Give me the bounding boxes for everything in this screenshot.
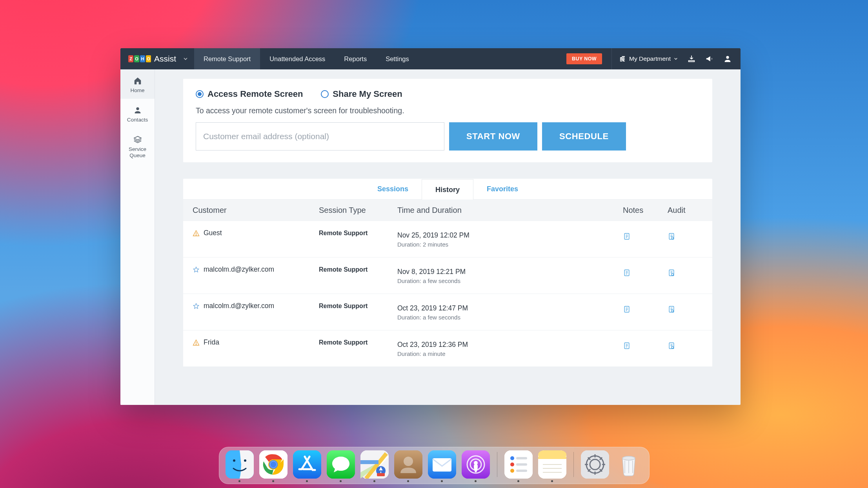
buy-now-button[interactable]: BUY NOW xyxy=(566,53,602,64)
svg-point-15 xyxy=(233,459,235,462)
running-indicator xyxy=(551,480,553,482)
tab-favorites[interactable]: Favorites xyxy=(473,179,531,199)
session-type-cell: Remote Support xyxy=(319,229,397,237)
dock-app-chrome[interactable] xyxy=(259,450,288,482)
history-tabs: Sessions History Favorites xyxy=(183,179,712,200)
session-time: Oct 23, 2019 12:36 PM xyxy=(397,341,623,349)
running-indicator xyxy=(373,480,375,482)
settings-icon xyxy=(581,450,609,479)
dock-app-contacts[interactable] xyxy=(394,450,422,482)
sidebar-item-label: Home xyxy=(130,87,144,93)
svg-point-48 xyxy=(622,456,635,460)
dock-app-podcasts[interactable] xyxy=(462,450,490,482)
notes-icon[interactable] xyxy=(623,305,631,314)
table-row[interactable]: FridaRemote SupportOct 23, 2019 12:36 PM… xyxy=(183,330,712,367)
svg-point-10 xyxy=(196,344,196,344)
sidebar-item-label: Service Queue xyxy=(122,146,153,159)
schedule-button[interactable]: SCHEDULE xyxy=(542,122,626,151)
session-duration: Duration: a few seconds xyxy=(397,278,623,284)
department-selector[interactable]: My Department xyxy=(611,48,678,69)
zoho-logo-icon: Z O H O xyxy=(128,55,151,62)
radio-off-icon xyxy=(321,90,329,98)
svg-rect-41 xyxy=(516,470,527,472)
megaphone-icon[interactable] xyxy=(705,54,714,63)
dock-app-finder[interactable] xyxy=(226,450,254,482)
notes-icon[interactable] xyxy=(623,341,631,350)
audit-cell xyxy=(668,302,703,314)
dock-app-maps[interactable] xyxy=(360,450,389,482)
warning-icon xyxy=(193,230,200,237)
col-audit: Audit xyxy=(668,206,703,215)
svg-point-21 xyxy=(270,461,277,468)
brand-name: Assist xyxy=(154,54,176,63)
dock-separator xyxy=(497,452,497,477)
star-icon[interactable] xyxy=(193,303,200,310)
svg-point-16 xyxy=(244,459,246,462)
notes-cell xyxy=(623,338,668,350)
session-duration: Duration: 2 minutes xyxy=(397,241,623,248)
sidebar-item-home[interactable]: Home xyxy=(120,69,155,99)
time-cell: Oct 23, 2019 12:36 PMDuration: a minute xyxy=(397,338,623,357)
maps-icon xyxy=(360,450,389,479)
svg-rect-44 xyxy=(538,457,566,459)
radio-share-screen[interactable]: Share My Screen xyxy=(321,89,402,99)
mail-icon xyxy=(428,450,456,479)
chevron-down-icon xyxy=(674,57,678,61)
macos-dock xyxy=(219,447,650,484)
audit-cell xyxy=(668,338,703,350)
customer-name: malcolm.d@zylker.com xyxy=(204,302,274,310)
audit-icon[interactable] xyxy=(668,232,675,241)
table-row[interactable]: malcolm.d@zylker.comRemote SupportOct 23… xyxy=(183,294,712,330)
table-row[interactable]: GuestRemote SupportNov 25, 2019 12:02 PM… xyxy=(183,221,712,258)
dock-app-reminders[interactable] xyxy=(504,450,533,482)
user-icon[interactable] xyxy=(723,54,732,63)
running-indicator xyxy=(441,480,443,482)
running-indicator xyxy=(238,480,240,482)
radio-access-remote[interactable]: Access Remote Screen xyxy=(196,89,303,99)
topnav-right: BUY NOW My Department xyxy=(566,48,741,69)
history-card: Sessions History Favorites Customer Sess… xyxy=(183,179,712,367)
warning-icon xyxy=(193,339,200,346)
brand-logo[interactable]: Z O H O Assist xyxy=(120,54,194,63)
history-body: GuestRemote SupportNov 25, 2019 12:02 PM… xyxy=(183,221,712,367)
notes-icon[interactable] xyxy=(623,232,631,241)
chevron-down-icon[interactable] xyxy=(183,56,188,61)
session-type-cell: Remote Support xyxy=(319,302,397,310)
dock-app-notes[interactable] xyxy=(538,450,566,482)
department-label: My Department xyxy=(629,55,671,62)
col-time: Time and Duration xyxy=(397,206,623,215)
start-now-button[interactable]: START NOW xyxy=(449,122,537,151)
dock-app-trash[interactable] xyxy=(615,450,643,482)
customer-email-input[interactable] xyxy=(196,122,444,151)
dock-app-settings[interactable] xyxy=(581,450,609,482)
dock-app-messages[interactable] xyxy=(327,450,355,482)
tab-history[interactable]: History xyxy=(422,179,473,200)
dock-app-appstore[interactable] xyxy=(293,450,321,482)
user-icon xyxy=(133,106,142,114)
nav-tab-remote-support[interactable]: Remote Support xyxy=(194,48,260,69)
access-controls: START NOW SCHEDULE xyxy=(196,122,700,151)
table-row[interactable]: malcolm.d@zylker.comRemote SupportNov 8,… xyxy=(183,258,712,294)
dock-app-mail[interactable] xyxy=(428,450,456,482)
star-icon[interactable] xyxy=(193,266,200,273)
sidebar-item-contacts[interactable]: Contacts xyxy=(120,99,155,128)
notes-icon[interactable] xyxy=(623,268,631,277)
svg-point-37 xyxy=(510,463,514,466)
nav-tab-unattended-access[interactable]: Unattended Access xyxy=(260,48,335,69)
audit-icon[interactable] xyxy=(668,268,675,277)
nav-tab-settings[interactable]: Settings xyxy=(376,48,419,69)
session-type-cell: Remote Support xyxy=(319,338,397,346)
nav-tab-reports[interactable]: Reports xyxy=(335,48,376,69)
tab-sessions[interactable]: Sessions xyxy=(364,179,422,199)
audit-icon[interactable] xyxy=(668,341,675,350)
home-icon xyxy=(133,76,142,85)
session-time: Nov 25, 2019 12:02 PM xyxy=(397,231,623,239)
sidebar-item-service-queue[interactable]: Service Queue xyxy=(120,128,155,164)
messages-icon xyxy=(327,450,355,479)
audit-icon[interactable] xyxy=(668,305,675,314)
nav-tabs: Remote Support Unattended Access Reports… xyxy=(194,48,419,69)
notes-cell xyxy=(623,229,668,241)
customer-cell: malcolm.d@zylker.com xyxy=(193,265,319,274)
svg-point-0 xyxy=(196,234,196,235)
download-icon[interactable] xyxy=(687,54,696,63)
